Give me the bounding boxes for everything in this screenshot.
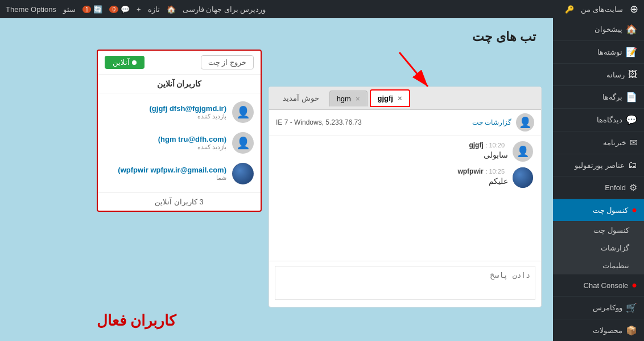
- sidebar-item-chat-console-extra-label: Chat Console: [560, 281, 628, 290]
- online-user-item-3[interactable]: (wpfpwir wpfpw.ir@gmail.com) شما: [98, 158, 261, 189]
- wp-admin-sidebar: 🏠 پیشخوان 📝 نوشته‌ها 🖼 رسانه 📄 برگه‌ها 💬…: [553, 18, 644, 341]
- msg-content-2: wpfpwir : 10:25 علیکم: [277, 167, 508, 186]
- ou-avatar-1: 👤: [232, 101, 254, 123]
- ou-info-2: (hgm tru@dfh.com) بازدید کننده: [105, 135, 226, 151]
- plus-icon[interactable]: +: [137, 5, 141, 14]
- sidebar-sub-chat-label: کنسول چت: [564, 226, 629, 235]
- sidebar-sub-reports-label: گزارشات: [564, 244, 629, 252]
- key-icon: 🔑: [565, 5, 574, 14]
- sidebar-item-dashboard-label: پیشخوان: [560, 25, 622, 34]
- sidebar-item-portfolio-label: عناصر پورتفولیو: [560, 161, 625, 170]
- sidebar-item-products-label: محصولات: [560, 326, 622, 335]
- chat-user-bar: 👤 گزارشات چت IE 7 - Windows, 5.233.76.73: [269, 110, 541, 135]
- pages-icon: 📄: [626, 92, 637, 102]
- sidebar-item-comments-label: دیدگاه‌ها: [560, 116, 622, 124]
- chat-container: خوش آمدید × hgm × gjgfj 👤 گزارشات چت: [269, 87, 542, 307]
- updates-count: 1: [82, 6, 92, 13]
- ou-avatar-2: 👤: [232, 132, 254, 154]
- admin-bar-left: ⊕ سایت‌های من 🔑: [565, 3, 638, 15]
- comments-notification[interactable]: 💬 0: [109, 5, 130, 14]
- sidebar-item-chat-console[interactable]: ● کنسول چت: [553, 199, 644, 221]
- theme-options-link[interactable]: Theme Options: [6, 5, 56, 14]
- sidebar-item-posts-label: نوشته‌ها: [560, 48, 622, 56]
- tab-hgm-label: hgm: [337, 95, 351, 103]
- sidebar-item-comments[interactable]: 💬 دیدگاه‌ها: [553, 109, 644, 132]
- online-user-list: 👤 (gjgfj dfsh@fgjgmd.ir) بازدید کننده 👤: [98, 93, 261, 192]
- sidebar-item-pages-label: برگه‌ها: [560, 93, 622, 101]
- sidebar-sub-menu: کنسول چت گزارشات تنظیمات: [553, 221, 644, 274]
- wp-logo-icon[interactable]: ⊕: [630, 3, 638, 15]
- close-hgm-icon[interactable]: ×: [356, 95, 360, 103]
- sidebar-sub-chat-console[interactable]: کنسول چت: [553, 221, 644, 239]
- ou-role-1: بازدید کننده: [105, 113, 226, 120]
- sidebar-item-enfold[interactable]: ⚙ Enfold: [553, 176, 644, 199]
- products-icon: 📦: [626, 325, 637, 336]
- online-user-item-2[interactable]: 👤 (hgm tru@dfh.com) بازدید کننده: [98, 128, 261, 158]
- comments-count: 0: [109, 6, 118, 13]
- update-icon: 🔄: [93, 5, 102, 14]
- arrow-annotation: [394, 50, 439, 97]
- msg-header-1: gjgfj : 10:20: [277, 141, 508, 149]
- online-user-item-1[interactable]: 👤 (gjgfj dfsh@fgjgmd.ir) بازدید کننده: [98, 97, 261, 128]
- sidebar-item-newsletter-label: خبرنامه: [560, 138, 626, 147]
- msg-avatar-1: 👤: [513, 141, 533, 162]
- sidebar-item-pages[interactable]: 📄 برگه‌ها: [553, 86, 644, 109]
- msg-time-2: 10:25: [489, 168, 505, 175]
- sidebar-item-media[interactable]: 🖼 رسانه: [553, 64, 644, 86]
- sidebar-item-media-label: رسانه: [560, 71, 625, 79]
- exit-chat-button[interactable]: خروج از چت: [201, 55, 254, 69]
- msg-user-icon-1: 👤: [517, 145, 529, 158]
- updates-notification[interactable]: 🔄 1: [82, 5, 103, 14]
- sidebar-item-newsletter[interactable]: ✉ خبرنامه: [553, 132, 644, 154]
- sidebar-item-dashboard[interactable]: 🏠 پیشخوان: [553, 18, 644, 41]
- online-status-button[interactable]: آنلاین: [105, 56, 145, 69]
- annotation-tabs: تب های چت: [472, 30, 536, 44]
- ou-name-2: (hgm tru@dfh.com): [105, 135, 226, 143]
- media-icon: 🖼: [628, 69, 637, 80]
- globe-icon-3: [233, 163, 253, 184]
- sidebar-item-woocommerce[interactable]: 🛒 ووکامرس: [553, 297, 644, 319]
- new-button[interactable]: تازه: [148, 5, 160, 14]
- admin-bar-right: وردپرس برای جهان فارسی 🏠 تازه + 💬 0 🔄 1 …: [6, 5, 266, 14]
- sidebar-sub-reports[interactable]: گزارشات: [553, 239, 644, 257]
- chat-user-avatar: 👤: [516, 113, 534, 132]
- posts-icon: 📝: [626, 47, 637, 57]
- chat-tab-hgm[interactable]: × hgm: [329, 91, 368, 106]
- chat-messages-area: 👤 gjgfj : 10:20 سابولی: [269, 135, 541, 261]
- ou-info-3: (wpfpwir wpfpw.ir@gmail.com) شما: [105, 166, 226, 182]
- seo-label[interactable]: سئو: [63, 5, 76, 14]
- main-layout: 🏠 پیشخوان 📝 نوشته‌ها 🖼 رسانه 📄 برگه‌ها 💬…: [0, 18, 644, 341]
- chat-user-details: IE 7 - Windows, 5.233.76.73: [276, 118, 362, 126]
- tab-gjgfj-label: gjgfj: [378, 94, 393, 102]
- message-row-1: 👤 gjgfj : 10:20 سابولی: [277, 141, 533, 162]
- msg-header-2: wpfpwir : 10:25: [277, 167, 508, 175]
- comment-icon: 💬: [121, 5, 130, 14]
- my-sites-link[interactable]: سایت‌های من: [581, 5, 623, 14]
- chat-console-extra-icon: ●: [631, 280, 637, 290]
- sidebar-sub-settings[interactable]: تنظیمات: [553, 257, 644, 274]
- home-icon[interactable]: 🏠: [167, 5, 176, 14]
- active-users-annotation: کاربران فعال: [97, 312, 176, 330]
- ou-avatar-icon-2: 👤: [236, 136, 250, 150]
- sidebar-item-enfold-label: Enfold: [560, 183, 626, 192]
- sidebar-item-products[interactable]: 📦 محصولات: [553, 319, 644, 341]
- admin-bar: ⊕ سایت‌های من 🔑 وردپرس برای جهان فارسی 🏠…: [0, 0, 644, 18]
- ou-role-3: شما: [105, 174, 226, 182]
- comments-icon: 💬: [626, 114, 637, 125]
- chat-input-area: [269, 261, 541, 307]
- chat-reports-link[interactable]: گزارشات چت: [472, 118, 511, 126]
- sidebar-item-posts[interactable]: 📝 نوشته‌ها: [553, 41, 644, 64]
- chat-input[interactable]: [275, 266, 535, 300]
- chat-welcome-tab[interactable]: خوش آمدید: [275, 91, 327, 106]
- msg-avatar-2: [513, 167, 533, 188]
- site-name[interactable]: وردپرس برای جهان فارسی: [183, 5, 266, 14]
- online-dot-icon: [132, 60, 137, 65]
- sidebar-item-portfolio[interactable]: 🗂 عناصر پورتفولیو: [553, 154, 644, 176]
- ou-name-3: (wpfpwir wpfpw.ir@gmail.com): [105, 166, 226, 174]
- sidebar-item-chat-console-extra[interactable]: ● Chat Console: [553, 274, 644, 297]
- ou-role-2: بازدید کننده: [105, 143, 226, 151]
- newsletter-icon: ✉: [630, 137, 637, 148]
- user-avatar-icon: 👤: [519, 116, 531, 129]
- sidebar-item-woocommerce-label: ووکامرس: [560, 303, 622, 312]
- sidebar-sub-settings-label: تنظیمات: [564, 261, 629, 270]
